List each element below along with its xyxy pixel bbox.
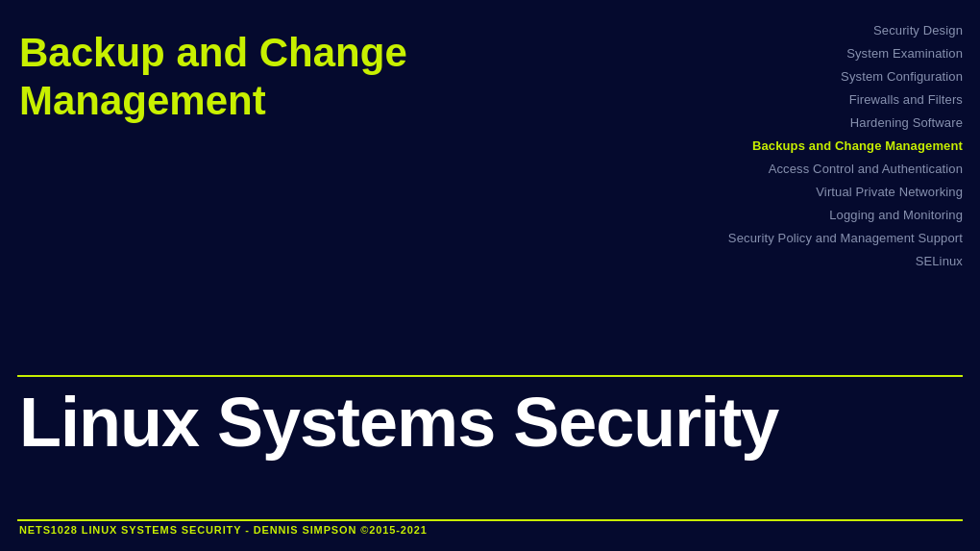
main-container: Backup and Change Management Security De… <box>0 0 980 551</box>
nav-item-5[interactable]: Backups and Change Management <box>728 135 963 158</box>
nav-item-6[interactable]: Access Control and Authentication <box>728 158 963 181</box>
nav-item-3[interactable]: Firewalls and Filters <box>728 88 963 112</box>
nav-item-10[interactable]: SELinux <box>728 250 963 273</box>
nav-item-4[interactable]: Hardening Software <box>728 112 963 135</box>
page-title: Backup and Change Management <box>19 29 576 126</box>
footer-text: NETS1028 LINUX SYSTEMS SECURITY - DENNIS… <box>19 524 428 536</box>
nav-item-8[interactable]: Logging and Monitoring <box>728 204 963 227</box>
footer: NETS1028 LINUX SYSTEMS SECURITY - DENNIS… <box>19 520 428 538</box>
separator-top <box>17 375 963 377</box>
bottom-title: Linux Systems Security <box>19 385 778 461</box>
nav-item-7[interactable]: Virtual Private Networking <box>728 181 963 204</box>
left-content: Backup and Change Management <box>19 29 576 126</box>
right-nav: Security DesignSystem ExaminationSystem … <box>728 19 963 274</box>
nav-item-2[interactable]: System Configuration <box>728 65 963 88</box>
nav-item-9[interactable]: Security Policy and Management Support <box>728 227 963 250</box>
big-title: Linux Systems Security <box>19 385 778 461</box>
nav-item-0[interactable]: Security Design <box>728 19 963 42</box>
nav-item-1[interactable]: System Examination <box>728 42 963 65</box>
